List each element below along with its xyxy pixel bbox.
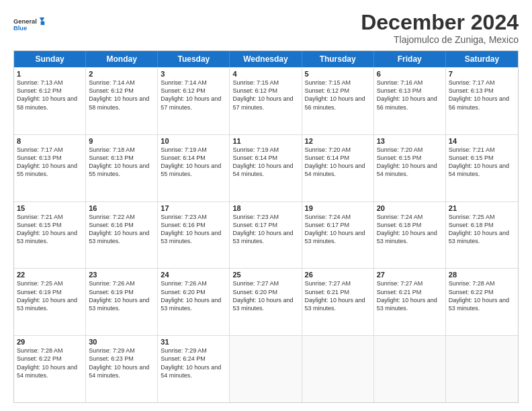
day-number: 25 (232, 271, 298, 279)
day-number: 28 (449, 271, 515, 279)
cal-cell: 17 Sunrise: 7:23 AMSunset: 6:16 PMDaylig… (158, 202, 230, 269)
day-number: 27 (377, 271, 443, 279)
cell-content: Sunrise: 7:19 AMSunset: 6:14 PMDaylight:… (232, 146, 293, 177)
day-number: 29 (17, 338, 83, 346)
cell-content: Sunrise: 7:24 AMSunset: 6:18 PMDaylight:… (377, 214, 437, 244)
day-number: 17 (161, 204, 226, 212)
day-number: 7 (449, 70, 515, 78)
cal-cell: 21 Sunrise: 7:25 AMSunset: 6:18 PMDaylig… (446, 202, 518, 269)
cell-content: Sunrise: 7:15 AMSunset: 6:12 PMDaylight:… (232, 79, 293, 110)
cal-cell: 13 Sunrise: 7:20 AMSunset: 6:15 PMDaylig… (374, 135, 446, 201)
cal-cell (230, 336, 302, 402)
subtitle: Tlajomulco de Zuniga, Mexico (361, 34, 519, 45)
cell-content: Sunrise: 7:27 AMSunset: 6:21 PMDaylight:… (305, 280, 365, 311)
day-number: 10 (161, 137, 226, 145)
day-number: 30 (89, 338, 154, 346)
day-number: 6 (377, 70, 443, 78)
cell-content: Sunrise: 7:20 AMSunset: 6:14 PMDaylight:… (305, 146, 365, 177)
cal-cell: 7 Sunrise: 7:17 AMSunset: 6:13 PMDayligh… (446, 68, 518, 134)
cal-cell (446, 336, 518, 402)
cal-cell: 28 Sunrise: 7:28 AMSunset: 6:22 PMDaylig… (446, 269, 518, 335)
cell-content: Sunrise: 7:23 AMSunset: 6:17 PMDaylight:… (232, 214, 293, 244)
title-block: December 2024 Tlajomulco de Zuniga, Mexi… (361, 11, 519, 45)
svg-marker-2 (40, 17, 45, 21)
cal-cell: 9 Sunrise: 7:18 AMSunset: 6:13 PMDayligh… (86, 135, 158, 201)
calendar-header: SundayMondayTuesdayWednesdayThursdayFrid… (14, 51, 518, 67)
cell-content: Sunrise: 7:28 AMSunset: 6:22 PMDaylight:… (449, 280, 509, 311)
cell-content: Sunrise: 7:16 AMSunset: 6:13 PMDaylight:… (377, 79, 437, 110)
cal-cell: 3 Sunrise: 7:14 AMSunset: 6:12 PMDayligh… (158, 68, 230, 134)
cal-cell: 10 Sunrise: 7:19 AMSunset: 6:14 PMDaylig… (158, 135, 230, 201)
header: General Blue December 2024 Tlajomulco de… (13, 11, 519, 45)
logo-svg: General Blue (13, 11, 47, 38)
day-number: 1 (17, 70, 83, 78)
cell-content: Sunrise: 7:26 AMSunset: 6:20 PMDaylight:… (161, 280, 221, 311)
cell-content: Sunrise: 7:14 AMSunset: 6:12 PMDaylight:… (161, 79, 221, 110)
cell-content: Sunrise: 7:27 AMSunset: 6:20 PMDaylight:… (232, 280, 293, 311)
cell-content: Sunrise: 7:29 AMSunset: 6:24 PMDaylight:… (161, 347, 221, 378)
cell-content: Sunrise: 7:25 AMSunset: 6:18 PMDaylight:… (449, 214, 509, 244)
cell-content: Sunrise: 7:27 AMSunset: 6:21 PMDaylight:… (377, 280, 437, 311)
cal-cell: 31 Sunrise: 7:29 AMSunset: 6:24 PMDaylig… (158, 336, 230, 402)
cal-cell (302, 336, 374, 402)
cal-cell: 6 Sunrise: 7:16 AMSunset: 6:13 PMDayligh… (374, 68, 446, 134)
cell-content: Sunrise: 7:26 AMSunset: 6:19 PMDaylight:… (89, 280, 149, 311)
day-number: 20 (377, 204, 443, 212)
cal-cell: 12 Sunrise: 7:20 AMSunset: 6:14 PMDaylig… (302, 135, 374, 201)
cell-content: Sunrise: 7:13 AMSunset: 6:12 PMDaylight:… (17, 79, 77, 110)
header-day-sunday: Sunday (14, 51, 86, 67)
cal-cell: 23 Sunrise: 7:26 AMSunset: 6:19 PMDaylig… (86, 269, 158, 335)
cell-content: Sunrise: 7:24 AMSunset: 6:17 PMDaylight:… (305, 214, 365, 244)
week-row-2: 8 Sunrise: 7:17 AMSunset: 6:13 PMDayligh… (14, 134, 518, 201)
day-number: 31 (161, 338, 226, 346)
cal-cell: 24 Sunrise: 7:26 AMSunset: 6:20 PMDaylig… (158, 269, 230, 335)
day-number: 11 (232, 137, 298, 145)
day-number: 22 (17, 271, 83, 279)
cal-cell: 25 Sunrise: 7:27 AMSunset: 6:20 PMDaylig… (230, 269, 302, 335)
cell-content: Sunrise: 7:20 AMSunset: 6:15 PMDaylight:… (377, 146, 437, 177)
cal-cell: 8 Sunrise: 7:17 AMSunset: 6:13 PMDayligh… (14, 135, 86, 201)
calendar-body: 1 Sunrise: 7:13 AMSunset: 6:12 PMDayligh… (14, 67, 518, 402)
day-number: 5 (305, 70, 371, 78)
cell-content: Sunrise: 7:29 AMSunset: 6:23 PMDaylight:… (89, 347, 149, 378)
day-number: 24 (161, 271, 226, 279)
cell-content: Sunrise: 7:18 AMSunset: 6:13 PMDaylight:… (89, 146, 149, 177)
week-row-3: 15 Sunrise: 7:21 AMSunset: 6:15 PMDaylig… (14, 201, 518, 269)
day-number: 21 (449, 204, 515, 212)
day-number: 23 (89, 271, 154, 279)
cal-cell: 4 Sunrise: 7:15 AMSunset: 6:12 PMDayligh… (230, 68, 302, 134)
cell-content: Sunrise: 7:17 AMSunset: 6:13 PMDaylight:… (17, 146, 77, 177)
cal-cell: 19 Sunrise: 7:24 AMSunset: 6:17 PMDaylig… (302, 202, 374, 269)
week-row-4: 22 Sunrise: 7:25 AMSunset: 6:19 PMDaylig… (14, 268, 518, 335)
header-day-tuesday: Tuesday (158, 51, 230, 67)
week-row-5: 29 Sunrise: 7:28 AMSunset: 6:22 PMDaylig… (14, 335, 518, 402)
cell-content: Sunrise: 7:15 AMSunset: 6:12 PMDaylight:… (305, 79, 365, 110)
day-number: 9 (89, 137, 154, 145)
cal-cell: 27 Sunrise: 7:27 AMSunset: 6:21 PMDaylig… (374, 269, 446, 335)
cal-cell (374, 336, 446, 402)
day-number: 19 (305, 204, 371, 212)
header-day-saturday: Saturday (446, 51, 518, 67)
day-number: 14 (449, 137, 515, 145)
cal-cell: 30 Sunrise: 7:29 AMSunset: 6:23 PMDaylig… (86, 336, 158, 402)
page: General Blue December 2024 Tlajomulco de… (0, 0, 532, 411)
cell-content: Sunrise: 7:17 AMSunset: 6:13 PMDaylight:… (449, 79, 509, 110)
cal-cell: 20 Sunrise: 7:24 AMSunset: 6:18 PMDaylig… (374, 202, 446, 269)
day-number: 12 (305, 137, 371, 145)
header-day-monday: Monday (86, 51, 158, 67)
day-number: 16 (89, 204, 154, 212)
day-number: 4 (232, 70, 298, 78)
cell-content: Sunrise: 7:21 AMSunset: 6:15 PMDaylight:… (17, 214, 77, 244)
cal-cell: 29 Sunrise: 7:28 AMSunset: 6:22 PMDaylig… (14, 336, 86, 402)
cal-cell: 11 Sunrise: 7:19 AMSunset: 6:14 PMDaylig… (230, 135, 302, 201)
svg-rect-3 (41, 21, 45, 26)
main-title: December 2024 (361, 11, 519, 34)
cell-content: Sunrise: 7:23 AMSunset: 6:16 PMDaylight:… (161, 214, 221, 244)
cell-content: Sunrise: 7:14 AMSunset: 6:12 PMDaylight:… (89, 79, 149, 110)
cal-cell: 16 Sunrise: 7:22 AMSunset: 6:16 PMDaylig… (86, 202, 158, 269)
cell-content: Sunrise: 7:19 AMSunset: 6:14 PMDaylight:… (161, 146, 221, 177)
week-row-1: 1 Sunrise: 7:13 AMSunset: 6:12 PMDayligh… (14, 67, 518, 134)
cell-content: Sunrise: 7:22 AMSunset: 6:16 PMDaylight:… (89, 214, 149, 244)
day-number: 2 (89, 70, 154, 78)
cal-cell: 22 Sunrise: 7:25 AMSunset: 6:19 PMDaylig… (14, 269, 86, 335)
